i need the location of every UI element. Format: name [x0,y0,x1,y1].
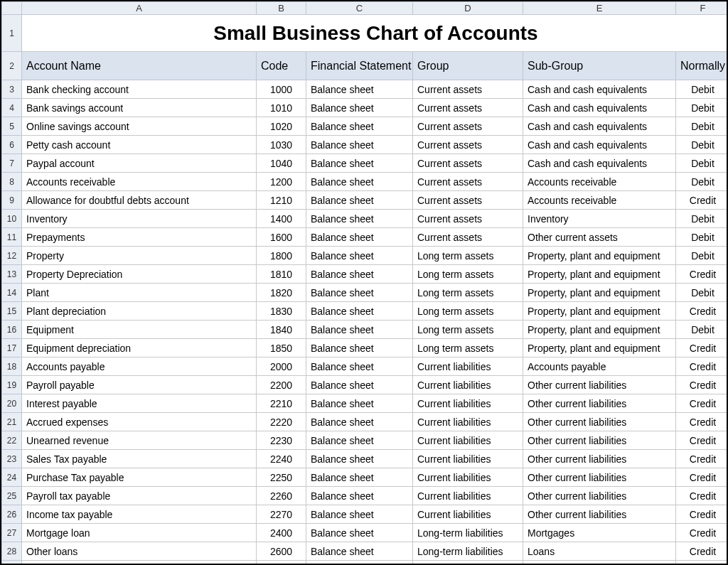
cell-sub-group[interactable]: Capital [523,561,676,566]
cell-group[interactable]: Current assets [413,136,523,154]
cell-group[interactable]: Current liabilities [413,376,523,394]
cell-normally[interactable]: Debit [676,80,729,99]
cell-code[interactable]: 1820 [257,284,306,302]
cell-financial-statement[interactable]: Balance sheet [306,247,413,265]
cell-group[interactable]: Long-term liabilities [413,542,523,561]
cell-code[interactable]: 1600 [257,228,306,247]
cell-normally[interactable]: Debit [676,247,729,265]
cell-sub-group[interactable]: Other current liabilities [523,505,676,524]
cell-account-name[interactable]: Unearned revenue [22,431,257,450]
cell-financial-statement[interactable]: Balance sheet [306,561,413,566]
cell-account-name[interactable]: Accounts payable [22,357,257,376]
cell-financial-statement[interactable]: Balance sheet [306,173,413,191]
header-code[interactable]: Code [257,52,306,80]
cell-normally[interactable]: Credit [676,561,729,566]
cell-normally[interactable]: Debit [676,321,729,339]
cell-financial-statement[interactable]: Balance sheet [306,468,413,487]
cell-code[interactable]: 3000 [257,561,306,566]
cell-account-name[interactable]: Online savings account [22,117,257,136]
cell-financial-statement[interactable]: Balance sheet [306,413,413,431]
cell-normally[interactable]: Credit [676,505,729,524]
cell-code[interactable]: 2250 [257,468,306,487]
cell-normally[interactable]: Debit [676,136,729,154]
cell-financial-statement[interactable]: Balance sheet [306,117,413,136]
header-financial-statement[interactable]: Financial Statement [306,52,413,80]
cell-sub-group[interactable]: Other current assets [523,228,676,247]
cell-account-name[interactable]: Plant [22,284,257,302]
cell-group[interactable]: Long term assets [413,284,523,302]
cell-financial-statement[interactable]: Balance sheet [306,357,413,376]
header-group[interactable]: Group [413,52,523,80]
cell-sub-group[interactable]: Property, plant and equipment [523,339,676,357]
row-header[interactable]: 6 [2,136,22,154]
cell-sub-group[interactable]: Cash and cash equivalents [523,99,676,117]
cell-sub-group[interactable]: Loans [523,542,676,561]
cell-group[interactable]: Current liabilities [413,487,523,505]
row-header[interactable]: 21 [2,413,22,431]
cell-normally[interactable]: Credit [676,376,729,394]
cell-code[interactable]: 2270 [257,505,306,524]
cell-sub-group[interactable]: Accounts payable [523,357,676,376]
cell-group[interactable]: Current assets [413,191,523,210]
cell-sub-group[interactable]: Other current liabilities [523,376,676,394]
cell-sub-group[interactable]: Other current liabilities [523,450,676,468]
col-header-B[interactable]: B [257,2,306,15]
cell-group[interactable]: Long term assets [413,339,523,357]
cell-financial-statement[interactable]: Balance sheet [306,284,413,302]
cell-account-name[interactable]: Bank checking account [22,80,257,99]
cell-group[interactable]: Current liabilities [413,431,523,450]
cell-code[interactable]: 1840 [257,321,306,339]
cell-code[interactable]: 1000 [257,80,306,99]
cell-group[interactable]: Long term assets [413,302,523,321]
cell-normally[interactable]: Credit [676,450,729,468]
cell-financial-statement[interactable]: Balance sheet [306,191,413,210]
cell-code[interactable]: 1810 [257,265,306,284]
cell-normally[interactable]: Debit [676,210,729,228]
cell-account-name[interactable]: Bank savings account [22,99,257,117]
cell-account-name[interactable]: Equipment depreciation [22,339,257,357]
cell-financial-statement[interactable]: Balance sheet [306,376,413,394]
row-header[interactable]: 9 [2,191,22,210]
cell-sub-group[interactable]: Other current liabilities [523,431,676,450]
cell-group[interactable]: Long term assets [413,247,523,265]
cell-account-name[interactable]: Purchase Tax payable [22,468,257,487]
cell-account-name[interactable]: Property [22,247,257,265]
row-header-1[interactable]: 1 [2,15,22,52]
cell-normally[interactable]: Debit [676,228,729,247]
cell-financial-statement[interactable]: Balance sheet [306,339,413,357]
cell-sub-group[interactable]: Property, plant and equipment [523,265,676,284]
cell-group[interactable]: Current assets [413,173,523,191]
cell-group[interactable]: Current liabilities [413,413,523,431]
cell-sub-group[interactable]: Cash and cash equivalents [523,136,676,154]
row-header[interactable]: 20 [2,394,22,413]
cell-account-name[interactable]: Interest payable [22,394,257,413]
cell-account-name[interactable]: Sales Tax payable [22,450,257,468]
cell-code[interactable]: 1030 [257,136,306,154]
cell-group[interactable]: Current assets [413,99,523,117]
spreadsheet-grid[interactable]: A B C D E F 1 Small Business Chart of Ac… [1,1,728,565]
row-header[interactable]: 24 [2,468,22,487]
cell-sub-group[interactable]: Other current liabilities [523,487,676,505]
cell-sub-group[interactable]: Inventory [523,210,676,228]
header-sub-group[interactable]: Sub-Group [523,52,676,80]
row-header[interactable]: 14 [2,284,22,302]
cell-account-name[interactable]: Property Depreciation [22,265,257,284]
cell-code[interactable]: 1010 [257,99,306,117]
cell-code[interactable]: 2220 [257,413,306,431]
cell-financial-statement[interactable]: Balance sheet [306,450,413,468]
row-header[interactable]: 27 [2,524,22,542]
cell-financial-statement[interactable]: Balance sheet [306,210,413,228]
row-header[interactable]: 15 [2,302,22,321]
row-header[interactable]: 4 [2,99,22,117]
row-header[interactable]: 26 [2,505,22,524]
cell-normally[interactable]: Credit [676,191,729,210]
cell-account-name[interactable]: Equipment [22,321,257,339]
cell-financial-statement[interactable]: Balance sheet [306,431,413,450]
cell-normally[interactable]: Credit [676,302,729,321]
cell-code[interactable]: 1830 [257,302,306,321]
cell-group[interactable]: Current assets [413,228,523,247]
cell-group[interactable]: Equity [413,561,523,566]
row-header[interactable]: 10 [2,210,22,228]
cell-normally[interactable]: Debit [676,117,729,136]
cell-account-name[interactable]: Inventory [22,210,257,228]
